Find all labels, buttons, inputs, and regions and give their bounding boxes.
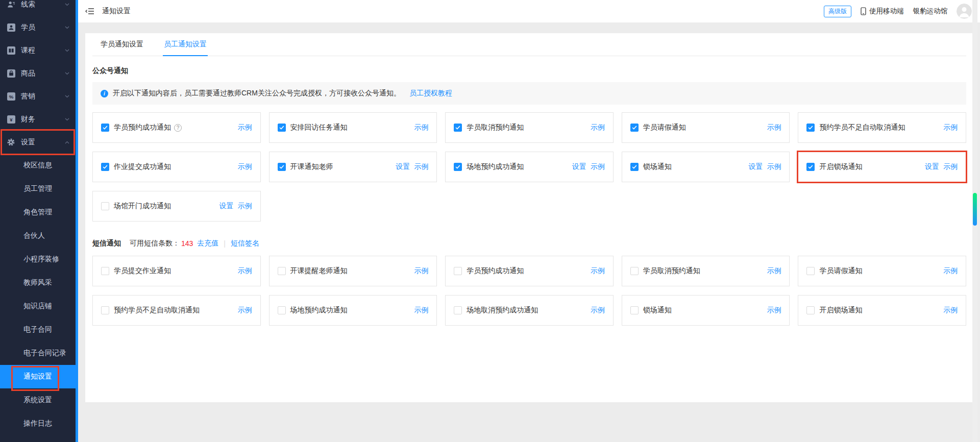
- sidebar-item-system-settings[interactable]: 系统设置: [0, 388, 76, 412]
- sms-open-lock-venue-checkbox[interactable]: [806, 306, 815, 314]
- wechat-student-cancel-booking-example-link[interactable]: 示例: [591, 123, 605, 132]
- help-icon: ?: [174, 124, 182, 132]
- sidebar-item-campus-info[interactable]: 校区信息: [0, 154, 76, 177]
- topbar-right: 高级版 使用移动端 银豹运动馆: [824, 4, 972, 19]
- sms-class-remind-teacher-checkbox[interactable]: [278, 267, 286, 275]
- notify-card-label: 场地预约成功通知: [290, 306, 348, 315]
- sidebar-item-operation-log[interactable]: 操作日志: [0, 412, 76, 435]
- wechat-open-lock-venue-checkbox[interactable]: [806, 163, 815, 171]
- wechat-insufficient-auto-cancel-checkbox[interactable]: [806, 124, 815, 132]
- sidebar-item-label: 合伙人: [23, 231, 45, 240]
- scrollbar-thumb[interactable]: [973, 193, 977, 226]
- scrollbar-track[interactable]: [972, 0, 977, 442]
- account-name[interactable]: 银豹运动馆: [913, 7, 948, 16]
- tab-staff-notify[interactable]: 员工通知设置: [163, 40, 208, 56]
- tab-student-notify[interactable]: 学员通知设置: [100, 40, 144, 56]
- sms-insufficient-auto-cancel-example-link[interactable]: 示例: [238, 306, 252, 315]
- sidebar-item-products[interactable]: 商品: [0, 62, 76, 85]
- sidebar-item-marketing[interactable]: %营销: [0, 85, 76, 108]
- sms-student-submit-homework-checkbox[interactable]: [101, 267, 109, 275]
- sidebar-item-partner[interactable]: 合伙人: [0, 224, 76, 248]
- sms-student-cancel-booking-checkbox[interactable]: [630, 267, 639, 275]
- wechat-notice-text: 开启以下通知内容后，员工需要通过教师CRM关注公众号完成授权，方可接收公众号通知…: [113, 89, 401, 98]
- sidebar-item-knowledge-store[interactable]: 知识店铺: [0, 294, 76, 318]
- sidebar-item-settings[interactable]: 设置: [0, 131, 76, 154]
- sidebar-item-finance[interactable]: ¥财务: [0, 108, 76, 131]
- sms-insufficient-auto-cancel-checkbox[interactable]: [101, 306, 109, 314]
- sms-lock-venue-example-link[interactable]: 示例: [767, 306, 781, 315]
- sms-student-booking-success-example-link[interactable]: 示例: [591, 266, 605, 276]
- wechat-homework-submit-success-checkbox[interactable]: [101, 163, 109, 171]
- svg-text:¥: ¥: [10, 116, 13, 122]
- wechat-notice-banner: i 开启以下通知内容后，员工需要通过教师CRM关注公众号完成授权，方可接收公众号…: [92, 82, 966, 105]
- check-icon: [454, 163, 461, 171]
- sidebar-item-e-contract[interactable]: 电子合同: [0, 318, 76, 341]
- wechat-student-leave-example-link[interactable]: 示例: [767, 123, 781, 132]
- avatar[interactable]: [957, 4, 972, 19]
- sms-venue-cancel-booking-success-example-link[interactable]: 示例: [591, 306, 605, 315]
- sms-venue-booking-success-example-link[interactable]: 示例: [414, 306, 428, 315]
- check-icon: [102, 124, 109, 132]
- wechat-lock-venue-settings-link[interactable]: 设置: [748, 162, 763, 171]
- wechat-venue-booking-success-checkbox[interactable]: [454, 163, 462, 171]
- card-links: 示例: [763, 306, 781, 315]
- wechat-class-start-teacher-settings-link[interactable]: 设置: [396, 162, 410, 171]
- check-icon: [807, 124, 814, 132]
- wechat-venue-booking-success-settings-link[interactable]: 设置: [572, 162, 586, 171]
- sidebar-settings-submenu: 校区信息员工管理角色管理合伙人小程序装修教师风采知识店铺电子合同电子合同记录通知…: [0, 154, 76, 435]
- sidebar-item-label: 操作日志: [23, 419, 52, 428]
- sidebar-item-teacher-showcase[interactable]: 教师风采: [0, 271, 76, 294]
- wechat-lock-venue-checkbox[interactable]: [630, 163, 639, 171]
- sidebar-item-students[interactable]: 学员: [0, 16, 76, 39]
- sms-student-submit-homework-example-link[interactable]: 示例: [238, 266, 252, 276]
- sms-open-lock-venue-example-link[interactable]: 示例: [943, 306, 958, 315]
- sidebar-item-e-contract-records[interactable]: 电子合同记录: [0, 341, 76, 365]
- collapse-sidebar-icon[interactable]: [85, 8, 94, 15]
- wechat-arrange-followup-task-checkbox[interactable]: [278, 124, 286, 132]
- wechat-student-booking-success-checkbox[interactable]: [101, 124, 109, 132]
- wechat-student-booking-success-example-link[interactable]: 示例: [238, 123, 252, 132]
- settings-icon: [7, 138, 15, 146]
- wechat-venue-door-open-success-checkbox[interactable]: [101, 202, 109, 210]
- wechat-venue-door-open-success-settings-link[interactable]: 设置: [219, 202, 234, 211]
- sidebar-item-courses[interactable]: 课程: [0, 39, 76, 62]
- sidebar-item-miniprogram-decoration[interactable]: 小程序装修: [0, 248, 76, 271]
- sms-student-cancel-booking-example-link[interactable]: 示例: [767, 266, 781, 276]
- wechat-notify-card-insufficient-auto-cancel: 预约学员不足自动取消通知示例: [798, 112, 966, 143]
- sidebar-item-notification-settings[interactable]: 通知设置: [0, 365, 76, 388]
- use-mobile-label: 使用移动端: [869, 7, 904, 16]
- sms-student-leave-checkbox[interactable]: [806, 267, 815, 275]
- sms-venue-cancel-booking-success-checkbox[interactable]: [454, 306, 462, 314]
- svg-text:%: %: [9, 93, 13, 99]
- wechat-open-lock-venue-settings-link[interactable]: 设置: [925, 162, 939, 171]
- wechat-class-start-teacher-checkbox[interactable]: [278, 163, 286, 171]
- wechat-venue-door-open-success-example-link[interactable]: 示例: [238, 202, 252, 211]
- sms-student-booking-success-checkbox[interactable]: [454, 267, 462, 275]
- use-mobile-button[interactable]: 使用移动端: [861, 7, 904, 16]
- wechat-lock-venue-example-link[interactable]: 示例: [767, 162, 781, 171]
- wechat-open-lock-venue-example-link[interactable]: 示例: [943, 162, 958, 171]
- chevron-down-icon: [65, 26, 69, 29]
- wechat-student-leave-checkbox[interactable]: [630, 124, 639, 132]
- sms-class-remind-teacher-example-link[interactable]: 示例: [414, 266, 428, 276]
- wechat-venue-booking-success-example-link[interactable]: 示例: [591, 162, 605, 171]
- wechat-student-cancel-booking-checkbox[interactable]: [454, 124, 462, 132]
- sidebar-item-role-management[interactable]: 角色管理: [0, 201, 76, 224]
- wechat-insufficient-auto-cancel-example-link[interactable]: 示例: [943, 123, 958, 132]
- sms-student-leave-example-link[interactable]: 示例: [943, 266, 958, 276]
- recharge-link[interactable]: 去充值: [197, 239, 218, 248]
- sms-venue-booking-success-checkbox[interactable]: [278, 306, 286, 314]
- wechat-arrange-followup-task-example-link[interactable]: 示例: [414, 123, 428, 132]
- sidebar-item-staff-management[interactable]: 员工管理: [0, 177, 76, 201]
- wechat-notify-card-open-lock-venue: 开启锁场通知设置示例: [798, 152, 966, 182]
- wechat-class-start-teacher-example-link[interactable]: 示例: [414, 162, 428, 171]
- wechat-notify-card-student-cancel-booking: 学员取消预约通知示例: [445, 112, 614, 143]
- sms-lock-venue-checkbox[interactable]: [630, 306, 639, 314]
- plan-badge[interactable]: 高级版: [824, 6, 851, 17]
- sms-signature-link[interactable]: 短信签名: [231, 239, 259, 248]
- staff-auth-tutorial-link[interactable]: 员工授权教程: [409, 89, 452, 98]
- sidebar-item-leads[interactable]: 线索: [0, 0, 76, 16]
- sms-notify-card-student-leave: 学员请假通知示例: [798, 256, 966, 286]
- wechat-homework-submit-success-example-link[interactable]: 示例: [238, 162, 252, 171]
- notify-card-label: 学员取消预约通知: [467, 123, 524, 132]
